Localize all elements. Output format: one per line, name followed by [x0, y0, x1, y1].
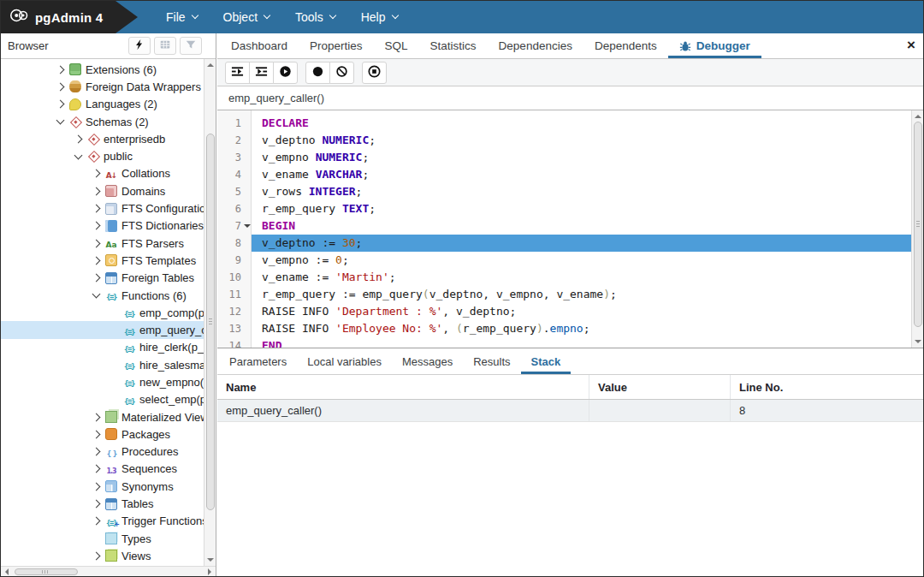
tree-item-languages-2[interactable]: Languages (2) — [1, 96, 204, 113]
tree-item-fts-dictionaries[interactable]: FTS Dictionaries — [1, 217, 204, 235]
tab-statistics[interactable]: Statistics — [419, 33, 488, 58]
tree-item-new-empno[interactable]: new_empno() — [1, 373, 204, 390]
chevron-right-icon[interactable] — [92, 222, 101, 230]
chevron-right-icon[interactable] — [92, 430, 101, 438]
menu-help[interactable]: Help — [350, 3, 409, 32]
chevron-down-icon[interactable] — [56, 116, 65, 125]
sidebar-hscroll-thumb[interactable] — [15, 568, 78, 575]
tree-item-foreign-data-wrappers-2[interactable]: Foreign Data Wrappers (2 — [1, 78, 204, 95]
type-icon — [105, 532, 117, 544]
chevron-right-icon[interactable] — [92, 187, 101, 195]
tree-item-extensions-6[interactable]: Extensions (6) — [1, 61, 204, 78]
tree-item-emp-query-cal[interactable]: emp_query_cal — [1, 321, 204, 338]
fold-marker-icon[interactable] — [244, 224, 251, 231]
chevron-right-icon[interactable] — [74, 134, 83, 143]
chevron-right-icon[interactable] — [92, 413, 101, 421]
tree-item-packages[interactable]: Packages — [1, 425, 204, 443]
chevron-right-icon[interactable] — [92, 465, 101, 473]
tab-results[interactable]: Results — [463, 348, 520, 374]
sidebar-horizontal-scrollbar[interactable] — [1, 566, 216, 576]
sidebar-vscroll-thumb[interactable] — [206, 134, 215, 510]
sidebar-vertical-scrollbar[interactable] — [204, 59, 216, 566]
line-number: 12 — [217, 303, 252, 320]
tab-local-variables[interactable]: Local variables — [297, 348, 392, 374]
chevron-right-icon[interactable] — [92, 256, 101, 265]
stop-button[interactable] — [362, 62, 387, 84]
tab-properties[interactable]: Properties — [299, 33, 374, 58]
tree-item-procedures[interactable]: Procedures — [1, 443, 204, 461]
chevron-right-icon[interactable] — [56, 82, 65, 91]
tree-item-materialized-views[interactable]: Materialized Views — [1, 408, 204, 425]
query-tool-button[interactable] — [128, 37, 151, 55]
tab-sql[interactable]: SQL — [374, 33, 419, 58]
menu-file[interactable]: File — [155, 3, 209, 32]
tree-item-enterprisedb[interactable]: enterprisedb — [1, 130, 204, 147]
tab-dependencies[interactable]: Dependencies — [488, 33, 583, 58]
menu-object[interactable]: Object — [212, 3, 281, 32]
tree-item-fts-parsers[interactable]: FTS Parsers — [1, 235, 204, 252]
menu-tools[interactable]: Tools — [284, 3, 346, 32]
tree-item-label: Foreign Data Wrappers (2 — [86, 80, 204, 93]
chevron-down-icon[interactable] — [74, 151, 83, 159]
tab-stack[interactable]: Stack — [521, 348, 572, 374]
function-icon — [123, 342, 135, 354]
tab-debugger[interactable]: Debugger — [668, 33, 761, 58]
tree-item-select-emp-p-e[interactable]: select_emp(p_e — [1, 391, 204, 408]
scroll-down-arrow-icon[interactable] — [207, 558, 214, 565]
tree-item-foreign-tables[interactable]: Foreign Tables — [1, 270, 204, 287]
scroll-up-arrow-icon[interactable] — [915, 111, 921, 118]
scroll-right-arrow-icon[interactable] — [208, 568, 215, 575]
tab-dependents[interactable]: Dependents — [583, 33, 668, 58]
editor-vertical-scrollbar[interactable] — [911, 110, 923, 348]
continue-button[interactable] — [273, 62, 298, 84]
code-editor[interactable]: 1DECLARE2v_deptno NUMERIC;3v_empno NUMER… — [217, 110, 923, 348]
step-into-button[interactable] — [225, 62, 250, 84]
scroll-up-arrow-icon[interactable] — [207, 60, 214, 67]
tree-item-domains[interactable]: Domains — [1, 182, 204, 199]
chevron-right-icon[interactable] — [56, 100, 65, 109]
tree-item-sequences[interactable]: Sequences — [1, 461, 204, 478]
code-token: BEGIN — [262, 219, 295, 232]
tree-item-collations[interactable]: Collations — [1, 165, 204, 182]
chevron-right-icon[interactable] — [92, 500, 101, 509]
code-token: NUMERIC — [316, 151, 363, 164]
tree-item-hire-clerk-p-en[interactable]: hire_clerk(p_en — [1, 339, 204, 356]
tab-messages[interactable]: Messages — [392, 348, 463, 374]
tree-item-public[interactable]: public — [1, 147, 204, 164]
tree-item-emp-comp-p-s[interactable]: emp_comp(p_s — [1, 304, 204, 321]
tree-item-synonyms[interactable]: Synonyms — [1, 478, 204, 495]
tree-item-fts-configurations[interactable]: FTS Configurations — [1, 199, 204, 217]
chevron-right-icon[interactable] — [92, 448, 101, 456]
scroll-left-arrow-icon[interactable] — [2, 568, 9, 575]
chevron-right-icon[interactable] — [92, 239, 101, 247]
table-row[interactable]: emp_query_caller()8 — [217, 400, 923, 422]
chevron-right-icon[interactable] — [92, 170, 101, 178]
tree-item-schemas-2[interactable]: Schemas (2) — [1, 113, 204, 130]
tree-item-types[interactable]: Types — [1, 530, 204, 547]
editor-vscroll-thumb[interactable] — [914, 122, 922, 327]
tab-parameters[interactable]: Parameters — [219, 348, 297, 374]
code-token: ; — [356, 185, 363, 198]
tab-dashboard[interactable]: Dashboard — [220, 33, 299, 58]
scroll-down-arrow-icon[interactable] — [915, 340, 921, 347]
step-over-button[interactable] — [249, 62, 274, 84]
close-icon[interactable]: × — [907, 36, 915, 55]
debugger-button-group — [362, 62, 387, 84]
funnel-icon — [185, 39, 197, 54]
chevron-right-icon[interactable] — [56, 65, 65, 74]
tree-item-views[interactable]: Views — [1, 547, 204, 564]
chevron-right-icon[interactable] — [92, 205, 101, 213]
chevron-right-icon[interactable] — [92, 552, 101, 561]
chevron-right-icon[interactable] — [92, 517, 101, 526]
object-tree: Extensions (6)Foreign Data Wrappers (2La… — [1, 59, 204, 566]
tree-item-tables[interactable]: Tables — [1, 495, 204, 512]
tree-item-fts-templates[interactable]: FTS Templates — [1, 252, 204, 269]
chevron-right-icon[interactable] — [92, 274, 101, 283]
toggle-breakpoint-button[interactable] — [305, 62, 330, 84]
chevron-down-icon[interactable] — [92, 290, 101, 299]
tree-item-trigger-functions[interactable]: Trigger Functions — [1, 513, 204, 530]
tree-item-hire-salesman[interactable]: hire_salesman( — [1, 356, 204, 373]
clear-all-breakpoints-button[interactable] — [329, 62, 354, 84]
chevron-right-icon[interactable] — [92, 482, 101, 491]
tree-item-functions-6[interactable]: Functions (6) — [1, 287, 204, 304]
